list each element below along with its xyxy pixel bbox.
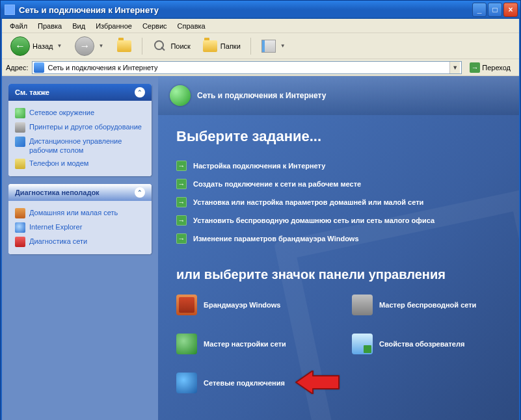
pick-task-heading: Выберите задание...: [176, 128, 501, 145]
menu-help[interactable]: Справка: [172, 21, 211, 31]
link-network-places[interactable]: Сетевое окружение: [15, 106, 145, 120]
cpicon-label: Мастер настройки сети: [204, 340, 286, 348]
close-button[interactable]: ×: [503, 3, 518, 17]
cpicon-label: Мастер беспроводной сети: [379, 301, 476, 309]
task-label: Изменение параметров брандмауэра Windows: [193, 235, 359, 243]
link-printers[interactable]: Принтеры и другое оборудование: [15, 120, 145, 135]
address-label: Адрес:: [6, 64, 29, 72]
title-bar: Сеть и подключения к Интернету _ □ ×: [1, 1, 520, 19]
address-dropdown-icon[interactable]: ▼: [449, 62, 460, 73]
search-button[interactable]: Поиск: [148, 36, 194, 57]
side-panel: См. также ⌃ Сетевое окружение Принтеры и…: [2, 76, 158, 420]
up-button[interactable]: [112, 36, 137, 57]
printer-icon: [15, 122, 25, 133]
ie-icon: [15, 222, 25, 233]
back-button[interactable]: ← Назад ▼: [6, 34, 68, 59]
category-title: Сеть и подключения к Интернету: [197, 91, 326, 100]
see-also-header[interactable]: См. также ⌃: [8, 84, 152, 101]
task-internet-setup[interactable]: →Настройка подключения к Интернету: [176, 157, 501, 175]
task-firewall-settings[interactable]: →Изменение параметров брандмауэра Window…: [176, 230, 501, 248]
address-location-icon: [34, 62, 44, 73]
task-label: Настройка подключения к Интернету: [193, 162, 325, 170]
menu-favorites[interactable]: Избранное: [90, 21, 137, 31]
task-arrow-icon: →: [176, 179, 187, 189]
cpicon-wireless-wizard[interactable]: Мастер беспроводной сети: [352, 295, 495, 315]
link-remote-desktop[interactable]: Дистанционное управление рабочим столом: [15, 135, 145, 157]
back-arrow-icon: ←: [10, 36, 30, 56]
folders-button[interactable]: Папки: [198, 36, 245, 57]
cpicon-network-wizard[interactable]: Мастер настройки сети: [176, 334, 319, 354]
home-icon: [15, 208, 25, 218]
cpicon-label: Свойства обозревателя: [379, 340, 464, 348]
toolbar-separator: [142, 38, 142, 55]
link-label: Домашняя или малая сеть: [29, 208, 118, 217]
views-button[interactable]: ▼: [256, 36, 291, 57]
cpicon-internet-options[interactable]: Свойства обозревателя: [352, 334, 495, 354]
folder-up-icon: [117, 40, 131, 52]
toolbar-separator: [250, 38, 251, 55]
main-area: Сеть и подключения к Интернету Выберите …: [158, 76, 519, 420]
phone-icon: [15, 159, 25, 169]
maximize-button[interactable]: □: [488, 3, 502, 17]
forward-dropdown-icon[interactable]: ▼: [97, 43, 105, 49]
link-phone-modem[interactable]: Телефон и модем: [15, 157, 145, 171]
cpicon-label: Брандмауэр Windows: [204, 301, 280, 309]
task-arrow-icon: →: [176, 215, 187, 226]
task-wireless[interactable]: →Установить беспроводную домашнюю сеть и…: [176, 211, 501, 230]
control-panel-icons: Брандмауэр Windows Мастер беспроводной с…: [176, 295, 501, 393]
network-connections-icon: [176, 373, 197, 393]
link-ie[interactable]: Internet Explorer: [15, 220, 145, 235]
task-label: Создать подключение к сети на рабочем ме…: [193, 180, 361, 188]
cpicon-firewall[interactable]: Брандмауэр Windows: [176, 295, 319, 315]
cpicon-label: Сетевые подключения: [204, 379, 285, 387]
internet-options-icon: [352, 334, 373, 354]
go-button[interactable]: → Переход: [465, 60, 515, 75]
link-label: Сетевое окружение: [29, 108, 94, 117]
pick-icon-heading: или выберите значок панели управления: [176, 266, 501, 283]
back-dropdown-icon[interactable]: ▼: [56, 43, 64, 49]
network-places-icon: [15, 108, 25, 118]
folders-icon: [203, 40, 217, 52]
link-home-network[interactable]: Домашняя или малая сеть: [15, 206, 145, 220]
address-input[interactable]: [47, 63, 450, 72]
views-dropdown-icon[interactable]: ▼: [279, 43, 287, 49]
back-label: Назад: [33, 42, 53, 50]
menu-edit[interactable]: Правка: [33, 21, 67, 31]
menu-file[interactable]: Файл: [5, 21, 33, 31]
menu-bar: Файл Правка Вид Избранное Сервис Справка: [2, 19, 519, 33]
troubleshoot-title: Диагностика неполадок: [15, 189, 100, 196]
menu-tools[interactable]: Сервис: [137, 21, 172, 31]
task-arrow-icon: →: [176, 233, 187, 244]
views-icon: [261, 40, 276, 53]
troubleshoot-header[interactable]: Диагностика неполадок ⌃: [8, 184, 152, 201]
remote-icon: [15, 137, 25, 147]
task-arrow-icon: →: [176, 161, 187, 171]
task-workplace-conn[interactable]: →Создать подключение к сети на рабочем м…: [176, 175, 501, 193]
link-net-diag[interactable]: Диагностика сети: [15, 235, 145, 249]
link-label: Internet Explorer: [29, 222, 82, 231]
link-label: Принтеры и другое оборудование: [29, 122, 142, 131]
category-header: Сеть и подключения к Интернету: [158, 76, 519, 115]
link-label: Диагностика сети: [29, 237, 87, 246]
forward-arrow-icon: →: [75, 36, 94, 56]
forward-button[interactable]: → ▼: [70, 34, 109, 59]
network-wizard-icon: [176, 334, 197, 354]
see-also-box: См. также ⌃ Сетевое окружение Принтеры и…: [8, 84, 152, 176]
red-arrow-annotation: [295, 371, 340, 395]
window-icon: [5, 5, 15, 15]
firewall-icon: [176, 295, 197, 315]
category-icon: [170, 85, 191, 106]
link-label: Телефон и модем: [29, 159, 88, 168]
search-icon: [153, 39, 167, 53]
task-home-network[interactable]: →Установка или настройка параметров дома…: [176, 193, 501, 211]
troubleshoot-box: Диагностика неполадок ⌃ Домашняя или мал…: [8, 184, 152, 254]
menu-view[interactable]: Вид: [67, 21, 90, 31]
see-also-title: См. также: [15, 88, 49, 96]
search-label: Поиск: [170, 42, 190, 50]
collapse-icon: ⌃: [135, 87, 145, 98]
address-bar: Адрес: ▼ → Переход: [2, 59, 519, 76]
address-input-container[interactable]: ▼: [32, 61, 462, 74]
collapse-icon: ⌃: [135, 187, 145, 198]
minimize-button[interactable]: _: [472, 3, 487, 17]
toolbar: ← Назад ▼ → ▼ Поиск Папки: [2, 33, 519, 59]
